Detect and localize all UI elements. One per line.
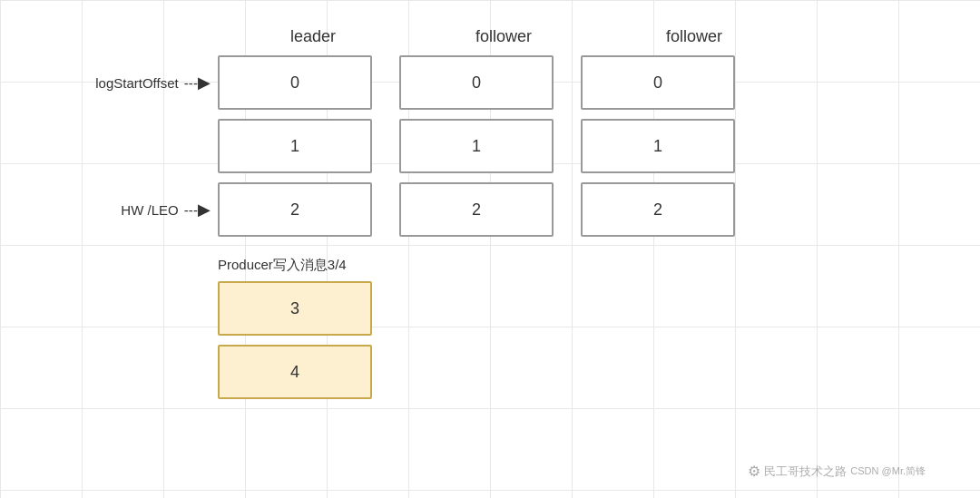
col-header-follower2: follower	[599, 27, 789, 46]
columns-area: 0 1 2 0 1 2 0 1 2	[218, 55, 735, 246]
header-row: leader follower follower	[218, 27, 944, 46]
leader-cell-1: 1	[218, 119, 372, 173]
follower1-col: 0 1 2	[399, 55, 554, 246]
follower1-cell-0: 0	[399, 55, 554, 110]
watermark: ⚙ 民工哥技术之路 CSDN @Mr.简锋	[748, 463, 926, 480]
logstartoffset-text: logStartOffset	[95, 75, 178, 91]
leader-col: 0 1 2	[218, 55, 372, 246]
watermark-sub: CSDN @Mr.简锋	[850, 464, 926, 478]
empty-prod-slot-3	[36, 281, 218, 336]
leader-cell-3: 3	[218, 281, 372, 336]
hwleo-label: HW /LEO - - - ▶	[121, 200, 211, 220]
arrow2: ▶	[198, 200, 211, 220]
hwleo-label-slot: HW /LEO - - - ▶	[36, 182, 218, 237]
follower1-cell-1: 1	[399, 119, 554, 173]
follower2-cell-1: 1	[581, 119, 735, 173]
follower2-cell-0: 0	[581, 55, 735, 110]
col-header-leader: leader	[218, 27, 408, 46]
leader-cell-4: 4	[218, 345, 372, 399]
producer-cols-area: 3 4	[218, 281, 735, 408]
label-side: logStartOffset - - - ▶ HW /LEO - - - ▶	[36, 55, 218, 246]
col-header-follower1: follower	[408, 27, 599, 46]
producer-rows-area: 3 4	[36, 281, 944, 408]
follower2-cell-2: 2	[581, 182, 735, 237]
leader-cell-2: 2	[218, 182, 372, 237]
main-container: leader follower follower logStartOffset …	[0, 0, 980, 498]
rows-area: logStartOffset - - - ▶ HW /LEO - - - ▶	[36, 55, 944, 246]
watermark-icon: ⚙	[748, 463, 760, 480]
logstartoffset-label: logStartOffset - - - ▶	[95, 73, 211, 93]
logstartoffset-label-slot: logStartOffset - - - ▶	[36, 55, 218, 110]
watermark-text: 民工哥技术之路	[764, 464, 847, 480]
arrow1: ▶	[198, 73, 211, 93]
dashes2: - - -	[184, 202, 196, 218]
hwleo-text: HW /LEO	[121, 202, 178, 218]
empty-label-slot-1	[36, 119, 218, 173]
diagram: leader follower follower logStartOffset …	[36, 27, 944, 408]
leader-producer-col: 3 4	[218, 281, 372, 408]
follower1-cell-2: 2	[399, 182, 554, 237]
leader-cell-0: 0	[218, 55, 372, 110]
dashes1: - - -	[184, 75, 196, 91]
producer-label: Producer写入消息3/4	[218, 257, 347, 274]
producer-label-side	[36, 281, 218, 408]
empty-prod-slot-4	[36, 345, 218, 399]
follower2-col: 0 1 2	[581, 55, 735, 246]
